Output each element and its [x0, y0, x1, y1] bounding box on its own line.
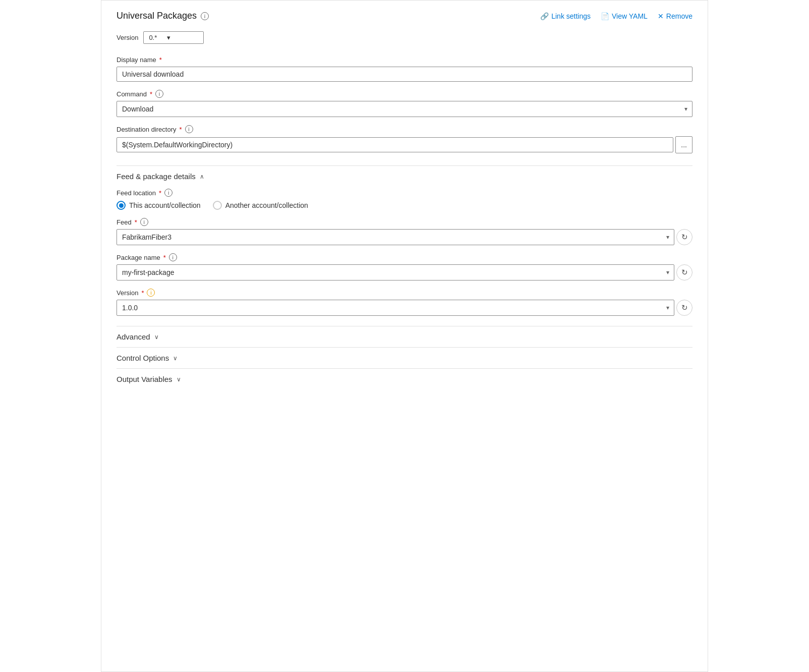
- feed-package-section: Feed & package details ∧ Feed location *…: [117, 161, 692, 326]
- output-variables-chevron-icon: ∨: [177, 376, 181, 383]
- radio-another-account-circle: [213, 201, 222, 210]
- view-yaml-button[interactable]: 📄 View YAML: [601, 12, 648, 20]
- title-info-icon[interactable]: i: [201, 12, 209, 20]
- control-options-chevron-icon: ∨: [173, 355, 178, 362]
- advanced-label: Advanced: [117, 332, 150, 341]
- link-icon: 🔗: [540, 12, 549, 20]
- feed-location-info-icon[interactable]: i: [164, 189, 172, 197]
- destination-directory-group: Destination directory * i ...: [117, 125, 692, 153]
- radio-this-account[interactable]: This account/collection: [117, 201, 201, 210]
- yaml-icon: 📄: [601, 12, 609, 20]
- close-icon: ✕: [658, 12, 664, 20]
- package-version-select-row: 1.0.0 ▾ ↻: [117, 300, 692, 316]
- display-name-required: *: [159, 56, 162, 64]
- version-value: 0.*: [149, 34, 157, 41]
- package-version-select-wrapper: 1.0.0 ▾: [117, 300, 674, 316]
- feed-package-title: Feed & package details: [117, 172, 196, 181]
- destination-input-wrapper: [117, 137, 673, 152]
- package-name-group: Package name * i my-first-package ▾ ↻: [117, 253, 692, 281]
- feed-location-group: Feed location * i This account/collectio…: [117, 189, 692, 210]
- feed-select-row: FabrikamFiber3 ▾ ↻: [117, 229, 692, 245]
- remove-label: Remove: [666, 12, 692, 20]
- package-name-info-icon[interactable]: i: [169, 253, 177, 261]
- display-name-group: Display name *: [117, 56, 692, 82]
- output-variables-section-header[interactable]: Output Variables ∨: [117, 368, 692, 389]
- view-yaml-label: View YAML: [612, 12, 648, 20]
- advanced-chevron-icon: ∨: [154, 333, 159, 341]
- display-name-input[interactable]: [117, 67, 692, 82]
- version-select[interactable]: 0.* ▾: [143, 31, 204, 44]
- destination-directory-input[interactable]: [117, 137, 673, 152]
- radio-this-account-circle: [117, 201, 126, 210]
- feed-location-radio-group: This account/collection Another account/…: [117, 201, 692, 210]
- version-row: Version 0.* ▾: [117, 31, 692, 44]
- radio-this-account-label: This account/collection: [129, 201, 201, 209]
- feed-select-wrapper: FabrikamFiber3 ▾: [117, 229, 674, 245]
- advanced-section-header[interactable]: Advanced ∨: [117, 326, 692, 347]
- header: Universal Packages i 🔗 Link settings 📄 V…: [117, 11, 692, 21]
- feed-required: *: [135, 218, 137, 226]
- package-version-select[interactable]: 1.0.0: [117, 300, 674, 316]
- feed-location-required: *: [159, 189, 161, 197]
- link-settings-label: Link settings: [551, 12, 591, 20]
- destination-required: *: [180, 126, 182, 133]
- command-label: Command * i: [117, 90, 692, 98]
- package-version-refresh-button[interactable]: ↻: [676, 300, 692, 316]
- feed-location-label: Feed location * i: [117, 189, 692, 197]
- package-name-label: Package name * i: [117, 253, 692, 261]
- feed-info-icon[interactable]: i: [140, 218, 148, 226]
- feed-refresh-button[interactable]: ↻: [676, 229, 692, 245]
- output-variables-label: Output Variables: [117, 375, 172, 383]
- control-options-label: Control Options: [117, 354, 169, 362]
- command-group: Command * i Download Publish ▾: [117, 90, 692, 117]
- command-select[interactable]: Download Publish: [117, 101, 692, 117]
- package-name-required: *: [163, 254, 166, 261]
- remove-button[interactable]: ✕ Remove: [658, 12, 692, 20]
- package-version-group: Version * i 1.0.0 ▾ ↻: [117, 289, 692, 316]
- destination-row: ...: [117, 136, 692, 153]
- main-container: Universal Packages i 🔗 Link settings 📄 V…: [101, 0, 708, 672]
- command-required: *: [150, 90, 152, 98]
- destination-info-icon[interactable]: i: [185, 125, 193, 133]
- feed-group: Feed * i FabrikamFiber3 ▾ ↻: [117, 218, 692, 245]
- version-chevron-icon: ▾: [167, 34, 170, 41]
- feed-package-chevron-icon: ∧: [200, 173, 204, 180]
- header-actions: 🔗 Link settings 📄 View YAML ✕ Remove: [540, 12, 692, 20]
- command-info-icon[interactable]: i: [155, 90, 163, 98]
- package-name-refresh-button[interactable]: ↻: [676, 264, 692, 281]
- feed-label: Feed * i: [117, 218, 692, 226]
- feed-package-header[interactable]: Feed & package details ∧: [117, 165, 692, 181]
- package-version-required: *: [141, 289, 144, 297]
- package-name-select[interactable]: my-first-package: [117, 264, 674, 281]
- feed-select[interactable]: FabrikamFiber3: [117, 229, 674, 245]
- package-name-select-row: my-first-package ▾ ↻: [117, 264, 692, 281]
- control-options-section-header[interactable]: Control Options ∨: [117, 347, 692, 368]
- destination-ellipsis-button[interactable]: ...: [675, 136, 692, 153]
- version-label: Version: [117, 34, 138, 41]
- radio-another-account[interactable]: Another account/collection: [213, 201, 308, 210]
- display-name-label: Display name *: [117, 56, 692, 64]
- header-left: Universal Packages i: [117, 11, 209, 21]
- package-name-select-wrapper: my-first-package ▾: [117, 264, 674, 281]
- command-select-wrapper: Download Publish ▾: [117, 101, 692, 117]
- radio-another-account-label: Another account/collection: [225, 201, 308, 209]
- destination-directory-label: Destination directory * i: [117, 125, 692, 133]
- link-settings-button[interactable]: 🔗 Link settings: [540, 12, 591, 20]
- page-title: Universal Packages: [117, 11, 197, 21]
- package-version-info-icon[interactable]: i: [147, 289, 155, 297]
- package-version-label: Version * i: [117, 289, 692, 297]
